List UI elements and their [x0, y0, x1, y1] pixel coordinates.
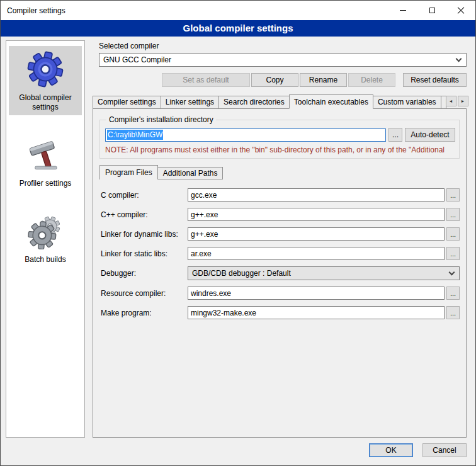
sidebar-item-label: Batch builds — [10, 255, 81, 264]
profiler-tool-icon — [10, 135, 81, 175]
resource-compiler-input[interactable] — [188, 287, 445, 300]
subtab-program-files[interactable]: Program Files — [99, 165, 158, 179]
close-button[interactable] — [446, 1, 475, 20]
dialog-footer: OK Cancel — [1, 440, 475, 465]
sidebar-item-label: Profiler settings — [10, 179, 81, 188]
sidebar-item-label: Global compiler settings — [10, 93, 81, 112]
form-row-make-program: Make program: ... — [101, 306, 460, 319]
resource-compiler-browse-button[interactable]: ... — [446, 287, 460, 300]
copy-button[interactable]: Copy — [251, 73, 298, 87]
form-row-cpp-compiler: C++ compiler: ... — [101, 208, 460, 221]
selected-compiler-label: Selected compiler — [99, 42, 467, 50]
tab-custom-variables[interactable]: Custom variables — [373, 96, 441, 108]
installation-directory-row: C:\raylib\MinGW ... Auto-detect — [104, 127, 455, 144]
debugger-value: GDB/CDB debugger : Default — [192, 269, 291, 278]
rename-button[interactable]: Rename — [300, 73, 347, 87]
tab-toolchain-executables[interactable]: Toolchain executables — [289, 94, 373, 109]
installation-directory-group: Compiler's installation directory C:\ray… — [99, 115, 460, 159]
c-compiler-browse-button[interactable]: ... — [446, 188, 460, 202]
sidebar-item-global-compiler-settings[interactable]: Global compiler settings — [9, 46, 82, 115]
ok-button[interactable]: OK — [369, 443, 413, 457]
main-panel: Selected compiler GNU GCC Compiler Set a… — [93, 40, 467, 438]
field-label: Linker for dynamic libs: — [101, 230, 188, 239]
program-files-form: C compiler: ... C++ compiler: ... Linker… — [101, 188, 460, 319]
field-label: C compiler: — [101, 191, 188, 200]
compiler-settings-window: Compiler settings Global compiler settin… — [0, 0, 476, 466]
tab-scroll-controls: ◄ ► — [446, 96, 468, 106]
field-label: Debugger: — [101, 269, 188, 278]
installation-directory-value: C:\raylib\MinGW — [107, 130, 163, 140]
tab-scroll-left-icon[interactable]: ◄ — [446, 96, 456, 106]
make-program-browse-button[interactable]: ... — [446, 306, 460, 319]
gray-gears-icon — [10, 211, 81, 251]
field-label: Make program: — [101, 309, 188, 317]
field-label: Linker for static libs: — [101, 249, 188, 258]
page-title: Global compiler settings — [1, 20, 475, 37]
cancel-button[interactable]: Cancel — [422, 443, 467, 457]
subtab-additional-paths[interactable]: Additional Paths — [157, 167, 224, 179]
chevron-down-icon — [456, 56, 462, 62]
form-row-dynamic-linker: Linker for dynamic libs: ... — [101, 227, 460, 241]
dynamic-linker-input[interactable] — [188, 227, 445, 241]
cpp-compiler-input[interactable] — [188, 208, 445, 221]
dialog-content: Global compiler settings Profiler settin… — [1, 37, 475, 440]
reset-defaults-button[interactable]: Reset defaults — [403, 73, 467, 87]
minimize-icon — [400, 10, 406, 11]
cpp-compiler-browse-button[interactable]: ... — [446, 208, 460, 221]
settings-sidebar: Global compiler settings Profiler settin… — [6, 40, 85, 438]
executables-subtabbar: Program Files Additional Paths — [99, 165, 461, 179]
dynamic-linker-browse-button[interactable]: ... — [446, 227, 460, 241]
maximize-button[interactable] — [417, 1, 446, 20]
tab-linker-settings[interactable]: Linker settings — [161, 96, 219, 108]
window-controls — [388, 1, 475, 20]
minimize-button[interactable] — [388, 1, 417, 20]
auto-detect-button[interactable]: Auto-detect — [405, 128, 455, 142]
set-as-default-button[interactable]: Set as default — [162, 73, 250, 87]
c-compiler-input[interactable] — [188, 188, 445, 202]
selected-compiler-value: GNU GCC Compiler — [103, 55, 171, 64]
selected-compiler-select[interactable]: GNU GCC Compiler — [99, 53, 467, 67]
field-label: Resource compiler: — [101, 289, 188, 298]
tab-scroll-right-icon[interactable]: ► — [458, 96, 468, 106]
static-linker-input[interactable] — [188, 247, 445, 260]
tab-compiler-settings[interactable]: Compiler settings — [93, 96, 161, 108]
installation-directory-browse-button[interactable]: ... — [388, 128, 402, 142]
installation-directory-input[interactable]: C:\raylib\MinGW — [105, 128, 386, 142]
compiler-actions: Set as default Copy Rename Delete Reset … — [99, 73, 467, 87]
window-title: Compiler settings — [1, 6, 65, 15]
toolchain-executables-panel: Compiler's installation directory C:\ray… — [93, 108, 467, 438]
chevron-down-icon — [449, 270, 455, 276]
close-icon — [457, 7, 465, 14]
settings-tabbar: Compiler settings Linker settings Search… — [93, 94, 467, 108]
form-row-debugger: Debugger: GDB/CDB debugger : Default — [101, 266, 460, 280]
form-row-c-compiler: C compiler: ... — [101, 188, 460, 202]
sidebar-item-profiler-settings[interactable]: Profiler settings — [9, 132, 82, 191]
delete-button[interactable]: Delete — [348, 73, 395, 87]
tab-search-directories[interactable]: Search directories — [218, 96, 290, 108]
blue-gear-icon — [10, 49, 81, 89]
form-row-resource-compiler: Resource compiler: ... — [101, 287, 460, 300]
installation-note: NOTE: All programs must exist either in … — [104, 144, 455, 156]
make-program-input[interactable] — [188, 306, 445, 319]
debugger-select[interactable]: GDB/CDB debugger : Default — [188, 266, 460, 280]
titlebar: Compiler settings — [1, 1, 475, 20]
static-linker-browse-button[interactable]: ... — [446, 247, 460, 260]
sidebar-item-batch-builds[interactable]: Batch builds — [9, 208, 82, 268]
field-label: C++ compiler: — [101, 210, 188, 219]
installation-directory-group-title: Compiler's installation directory — [106, 115, 216, 124]
maximize-icon — [429, 8, 435, 13]
form-row-static-linker: Linker for static libs: ... — [101, 247, 460, 260]
